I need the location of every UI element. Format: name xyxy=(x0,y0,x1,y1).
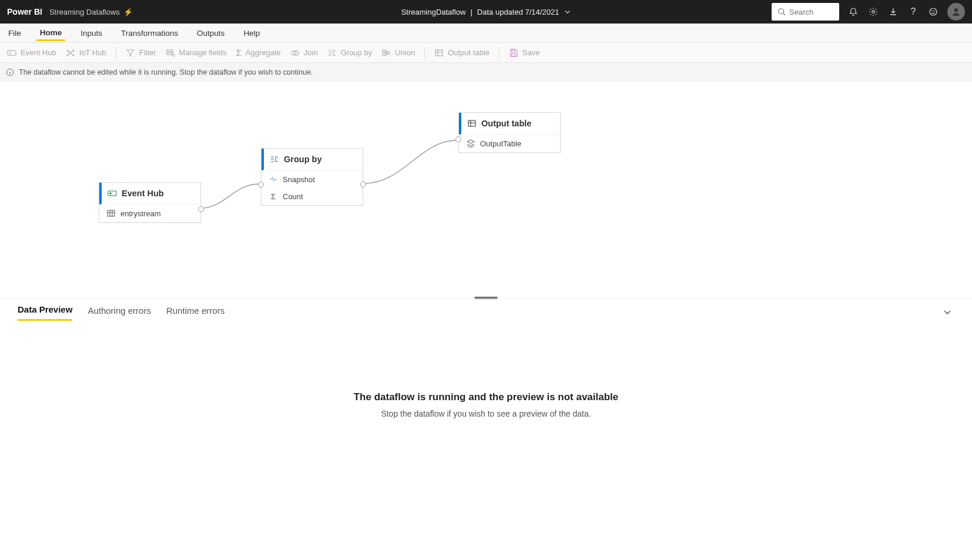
preview-title: The dataflow is running and the preview … xyxy=(0,391,972,403)
menu-transformations[interactable]: Transformations xyxy=(118,25,182,41)
app-brand: Power BI xyxy=(7,7,42,16)
header-center[interactable]: StreamingDataflow | Data updated 7/14/20… xyxy=(401,8,571,16)
menubar: File Home Inputs Transformations Outputs… xyxy=(0,24,972,43)
svg-point-16 xyxy=(172,54,175,56)
input-port[interactable] xyxy=(258,182,264,187)
svg-point-10 xyxy=(67,49,68,51)
svg-point-6 xyxy=(954,8,958,12)
ribbon-toolbar: Event Hub IoT Hub Filter Manage fields Σ… xyxy=(0,43,972,63)
smiley-icon xyxy=(929,7,938,16)
svg-rect-20 xyxy=(383,53,386,56)
user-avatar[interactable] xyxy=(947,3,965,21)
tool-manage-fields[interactable]: Manage fields xyxy=(166,48,227,58)
output-table-icon xyxy=(467,119,477,128)
union-icon xyxy=(381,48,391,58)
sigma-icon: Σ xyxy=(236,48,242,58)
svg-point-29 xyxy=(110,193,111,194)
info-icon xyxy=(6,68,14,76)
tool-join[interactable]: Join xyxy=(290,48,318,58)
join-icon xyxy=(290,48,300,58)
dataflow-name: StreamingDataflow xyxy=(401,8,466,16)
preview-subtitle: Stop the dataflow if you wish to see a p… xyxy=(0,409,972,418)
svg-line-1 xyxy=(783,14,786,16)
tool-event-hub[interactable]: Event Hub xyxy=(7,48,56,58)
node-title: Group by xyxy=(284,155,321,164)
tool-output-table[interactable]: Output table xyxy=(434,48,490,58)
node-row-label: Snapshot xyxy=(283,175,315,184)
collapse-panel-button[interactable] xyxy=(943,307,952,318)
app-subtitle: Streaming Dataflows ⚡ xyxy=(49,8,133,16)
output-table-icon xyxy=(434,48,444,58)
output-port[interactable] xyxy=(198,206,204,212)
help-button[interactable]: ? xyxy=(907,6,919,18)
iot-hub-icon xyxy=(66,48,75,58)
svg-rect-15 xyxy=(167,53,173,55)
dataflow-canvas[interactable]: Event Hub entrystream Group by Snapshot … xyxy=(0,82,972,298)
node-event-hub[interactable]: Event Hub entrystream xyxy=(99,182,201,223)
svg-point-4 xyxy=(931,11,932,11)
download-icon xyxy=(889,7,898,16)
bell-icon xyxy=(849,7,858,16)
tool-filter[interactable]: Filter xyxy=(126,48,156,58)
tool-aggregate[interactable]: Σ Aggregate xyxy=(236,48,281,58)
tab-authoring-errors[interactable]: Authoring errors xyxy=(88,306,151,320)
svg-rect-22 xyxy=(435,50,443,56)
table-icon xyxy=(106,209,116,218)
svg-point-13 xyxy=(73,54,74,55)
feedback-button[interactable] xyxy=(927,6,939,18)
svg-point-12 xyxy=(67,54,68,55)
svg-rect-28 xyxy=(108,191,116,196)
menu-help[interactable]: Help xyxy=(240,25,263,41)
input-port[interactable] xyxy=(455,136,461,142)
sigma-icon: Σ xyxy=(269,192,278,201)
tab-data-preview[interactable]: Data Preview xyxy=(18,304,72,321)
svg-rect-24 xyxy=(512,53,515,56)
chevron-down-icon xyxy=(943,307,952,317)
search-input[interactable]: Search xyxy=(772,3,839,21)
svg-rect-19 xyxy=(383,50,386,52)
info-bar: The dataflow cannot be edited while it i… xyxy=(0,63,972,82)
node-output-table[interactable]: Output table OutputTable xyxy=(458,112,561,153)
tab-runtime-errors[interactable]: Runtime errors xyxy=(166,306,224,320)
group-by-icon xyxy=(327,48,337,58)
node-group-by[interactable]: Group by Snapshot Σ Count xyxy=(261,148,363,206)
svg-point-11 xyxy=(73,49,74,51)
chevron-down-icon xyxy=(564,8,571,15)
subtitle-text: Streaming Dataflows xyxy=(49,8,120,16)
menu-inputs[interactable]: Inputs xyxy=(77,25,106,41)
output-port[interactable] xyxy=(360,182,366,187)
settings-button[interactable] xyxy=(867,6,879,18)
tool-union[interactable]: Union xyxy=(381,48,415,58)
menu-home[interactable]: Home xyxy=(36,25,66,41)
menu-file[interactable]: File xyxy=(5,25,25,41)
svg-rect-21 xyxy=(387,52,390,54)
person-icon xyxy=(951,6,961,17)
group-by-icon xyxy=(270,155,279,164)
svg-rect-14 xyxy=(167,50,173,52)
tool-group-by[interactable]: Group by xyxy=(327,48,372,58)
tool-iot-hub[interactable]: IoT Hub xyxy=(66,48,106,58)
event-hub-icon xyxy=(7,48,16,58)
node-row-label: Count xyxy=(283,192,303,201)
search-icon xyxy=(777,8,786,16)
download-button[interactable] xyxy=(887,6,899,18)
tool-save[interactable]: Save xyxy=(509,48,540,58)
lightning-icon: ⚡ xyxy=(123,8,133,16)
preview-tabs: Data Preview Authoring errors Runtime er… xyxy=(0,298,972,321)
svg-point-3 xyxy=(930,8,937,15)
svg-rect-23 xyxy=(512,49,515,52)
notifications-button[interactable] xyxy=(847,6,859,18)
layers-icon xyxy=(466,139,475,148)
menu-outputs[interactable]: Outputs xyxy=(193,25,228,41)
edge-1 xyxy=(200,170,264,211)
filter-icon xyxy=(126,48,135,58)
node-title: Event Hub xyxy=(122,189,164,198)
svg-point-2 xyxy=(872,11,874,13)
svg-rect-7 xyxy=(8,51,16,55)
node-row-label: entrystream xyxy=(120,209,161,218)
save-icon xyxy=(509,48,518,58)
node-row-label: OutputTable xyxy=(480,139,521,148)
preview-panel: The dataflow is running and the preview … xyxy=(0,321,972,418)
svg-rect-31 xyxy=(468,120,475,126)
header-right: Search ? xyxy=(772,3,965,21)
